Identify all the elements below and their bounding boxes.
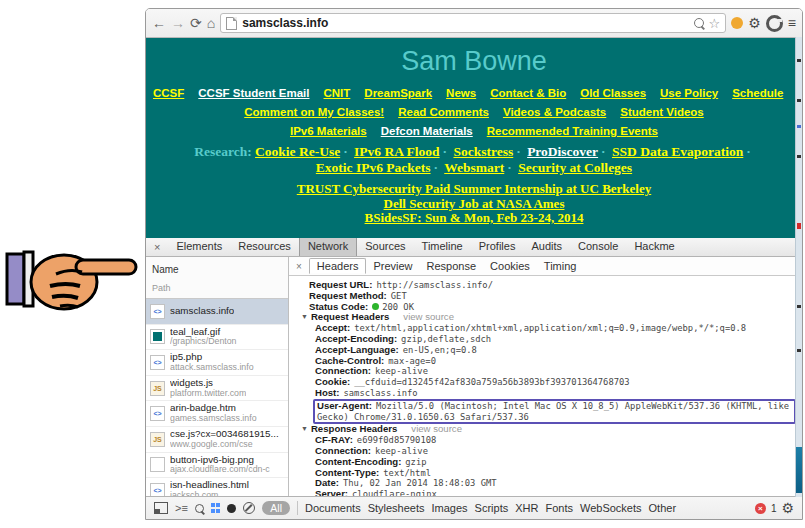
nav-link-ipv6-materials[interactable]: IPv6 Materials	[290, 125, 367, 137]
filter-other[interactable]: Other	[649, 502, 677, 514]
header-value: e699f0d85790108	[357, 435, 436, 445]
search-icon[interactable]	[195, 504, 204, 513]
network-row-arin-badge[interactable]: arin-badge.htmgames.samsclass.info	[146, 401, 288, 427]
nav-link-comment-classes[interactable]: Comment on My Classes!	[244, 106, 384, 118]
subtab-preview[interactable]: Preview	[366, 259, 419, 273]
tab-profiles[interactable]: Profiles	[471, 238, 524, 256]
nav-link-news[interactable]: News	[446, 87, 476, 99]
address-bar[interactable]: samsclass.info ☆	[220, 13, 726, 33]
devtools-close-icon[interactable]: ×	[146, 241, 168, 253]
announcement-dell-nasa[interactable]: Dell Security Job at NASA Ames	[146, 197, 802, 212]
research-link-exotic-ipv6[interactable]: Exotic IPv6 Packets	[316, 160, 431, 175]
nav-link-use-policy[interactable]: Use Policy	[660, 87, 718, 99]
request-path: /graphics/Denton	[170, 337, 237, 347]
request-name: ip5.php	[170, 352, 254, 363]
tab-resources[interactable]: Resources	[230, 238, 299, 256]
detail-close-icon[interactable]: ×	[289, 261, 309, 272]
devtools-tab-bar: × Elements Resources Network Sources Tim…	[146, 238, 802, 257]
nav-link-ccsf-student-email[interactable]: CCSF Student Email	[198, 87, 309, 99]
scrollbar-thumb[interactable]	[796, 447, 802, 493]
settings-gear-icon[interactable]: ⚙	[781, 500, 794, 516]
record-icon[interactable]	[227, 504, 236, 513]
view-source-link[interactable]: view source	[411, 423, 462, 434]
bookmark-star-icon[interactable]: ☆	[709, 16, 721, 31]
request-headers-section[interactable]: ▼Request Headersview source	[301, 312, 798, 323]
research-link-websmart[interactable]: Websmart	[444, 160, 504, 175]
nav-link-old-classes[interactable]: Old Classes	[580, 87, 646, 99]
scrollbar[interactable]	[795, 37, 802, 497]
announcement-bsidessf[interactable]: BSidesSF: Sun & Mon, Feb 23-24, 2014	[146, 211, 802, 226]
url-text[interactable]: samsclass.info	[242, 16, 688, 30]
extension-ring-icon[interactable]	[766, 15, 783, 32]
filter-images[interactable]: Images	[432, 502, 468, 514]
network-row-samsclass[interactable]: samsclass.info	[146, 299, 288, 325]
network-row-ip5[interactable]: ip5.phpattack.samsclass.info	[146, 350, 288, 376]
network-list-header[interactable]: Name Path	[146, 257, 288, 299]
announcement-trust-internship[interactable]: TRUST Cybersecurity Paid Summer Internsh…	[146, 182, 802, 197]
filter-stylesheets[interactable]: Stylesheets	[368, 502, 425, 514]
filter-all-button[interactable]: All	[262, 501, 290, 515]
disclosure-triangle-icon[interactable]: ▼	[301, 425, 308, 432]
browser-menu-icon[interactable]: ≡	[788, 15, 796, 31]
tab-sources[interactable]: Sources	[357, 238, 413, 256]
nav-link-read-comments[interactable]: Read Comments	[398, 106, 489, 118]
research-link-ssd-evaporation[interactable]: SSD Data Evaporation	[612, 144, 743, 159]
research-link-sockstress[interactable]: Sockstress	[453, 144, 513, 159]
header-key: Host:	[315, 387, 340, 398]
tab-timeline[interactable]: Timeline	[414, 238, 471, 256]
filter-fonts[interactable]: Fonts	[545, 502, 573, 514]
filter-xhr[interactable]: XHR	[515, 502, 538, 514]
browser-gear-icon[interactable]: ⚙	[748, 15, 761, 31]
nav-link-defcon-materials[interactable]: Defcon Materials	[381, 125, 473, 137]
subtab-cookies[interactable]: Cookies	[483, 259, 537, 273]
header-key: Connection:	[315, 365, 371, 376]
home-icon[interactable]: ⌂	[207, 16, 215, 30]
response-headers-section[interactable]: ▼Response Headersview source	[301, 424, 798, 435]
research-link-ipv6-ra-flood[interactable]: IPv6 RA Flood	[354, 144, 440, 159]
request-name: isn-headlines.html	[170, 480, 249, 491]
research-link-prodiscover[interactable]: ProDiscover	[527, 144, 598, 159]
tab-hackme[interactable]: Hackme	[626, 238, 682, 256]
header-key: Server:	[315, 488, 348, 496]
extension-icon[interactable]	[731, 17, 743, 29]
research-link-cookie-reuse[interactable]: Cookie Re-Use	[255, 144, 340, 159]
network-row-teal-leaf[interactable]: teal_leaf.gif/graphics/Denton	[146, 325, 288, 351]
zoom-search-icon[interactable]	[694, 18, 704, 28]
filter-scripts[interactable]: Scripts	[475, 502, 509, 514]
header-value: Mozilla/5.0 (Macintosh; Intel Mac OS X 1…	[317, 401, 789, 422]
disclosure-triangle-icon[interactable]: ▼	[301, 313, 308, 320]
devtools-panel: × Elements Resources Network Sources Tim…	[146, 238, 802, 519]
tab-elements[interactable]: Elements	[168, 238, 230, 256]
forward-icon[interactable]: →	[171, 16, 185, 30]
nav-link-ccsf[interactable]: CCSF	[153, 87, 184, 99]
network-row-widgets[interactable]: widgets.jsplatform.twitter.com	[146, 376, 288, 402]
back-icon[interactable]: ←	[152, 16, 166, 30]
tab-audits[interactable]: Audits	[523, 238, 570, 256]
clear-icon[interactable]	[243, 502, 255, 514]
nav-link-cnit[interactable]: CNIT	[324, 87, 351, 99]
subtab-response[interactable]: Response	[420, 259, 484, 273]
small-rows-grid-icon[interactable]	[211, 503, 221, 513]
filter-websockets[interactable]: WebSockets	[580, 502, 642, 514]
filter-documents[interactable]: Documents	[305, 502, 361, 514]
nav-link-dreamspark[interactable]: DreamSpark	[364, 87, 432, 99]
view-source-link[interactable]: view source	[403, 311, 454, 322]
subtab-timing[interactable]: Timing	[537, 259, 584, 273]
nav-link-contact-bio[interactable]: Contact & Bio	[490, 87, 566, 99]
nav-link-schedule[interactable]: Schedule	[732, 87, 783, 99]
network-row-button-ipv6[interactable]: button-ipv6-big.pngajax.cloudflare.com/c…	[146, 453, 288, 479]
dock-side-icon[interactable]	[154, 502, 168, 514]
scroll-tick	[797, 125, 801, 128]
error-badge-icon[interactable]: ×	[755, 503, 766, 514]
network-row-cse-js[interactable]: cse.js?cx=0034681915...www.google.com/cs…	[146, 427, 288, 453]
nav-link-training-events[interactable]: Recommended Training Events	[487, 125, 658, 137]
research-link-security-colleges[interactable]: Security at Colleges	[518, 160, 632, 175]
console-drawer-icon[interactable]: >≡	[175, 503, 188, 514]
reload-icon[interactable]: ⟳	[190, 16, 202, 30]
nav-link-videos-podcasts[interactable]: Videos & Podcasts	[503, 106, 606, 118]
nav-link-student-videos[interactable]: Student Videos	[620, 106, 704, 118]
subtab-headers[interactable]: Headers	[309, 258, 367, 274]
tab-network[interactable]: Network	[299, 238, 357, 256]
tab-console[interactable]: Console	[570, 238, 626, 256]
network-row-isn-headlines[interactable]: isn-headlines.htmljacksch.com	[146, 478, 288, 496]
